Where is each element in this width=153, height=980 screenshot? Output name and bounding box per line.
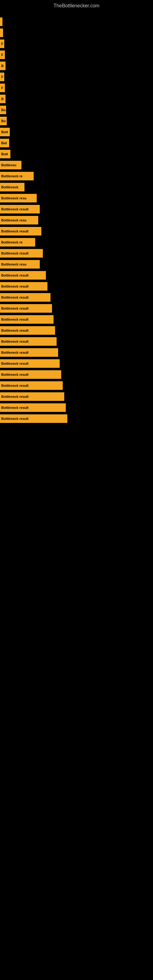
bar-label: Bottleneck resu <box>1 196 27 200</box>
bar-label: Bottleneck <box>1 185 18 189</box>
bar: Bott <box>0 150 10 158</box>
bar: F <box>0 40 4 48</box>
bar: Bottleneck result <box>0 315 54 324</box>
bar: B <box>0 95 5 103</box>
bar: Bottleneck result <box>0 392 64 401</box>
bar-label: B <box>1 64 4 68</box>
bar: Bottleneck result <box>0 403 66 412</box>
bar-row: F <box>0 38 153 49</box>
bar-label: Bot <box>1 141 7 145</box>
bar-row: Bottleneck result <box>0 248 153 259</box>
bar: Bottleneck resu <box>0 194 37 202</box>
bar: Bo <box>0 117 7 125</box>
bar-label: Bottleneck resu <box>1 218 27 222</box>
bar-row: Bottleneck result <box>0 314 153 325</box>
bar-row: Bo <box>0 105 153 115</box>
bar-label: Bott <box>1 130 8 134</box>
bar-label: Bottleneck result <box>1 329 29 332</box>
bar-row: Bottleneck result <box>0 204 153 215</box>
bar: Bottleneck re <box>0 172 33 180</box>
bar-row: Bottlenec <box>0 159 153 170</box>
bar-label: F <box>1 42 3 46</box>
bar-row: Bottleneck resu <box>0 215 153 226</box>
bar: Bot <box>0 139 9 147</box>
bar-row: Bot <box>0 137 153 148</box>
bar: Bottleneck result <box>0 271 46 280</box>
bar-row: Bottleneck re <box>0 170 153 181</box>
bar-row: F <box>0 49 153 60</box>
bar-label: F <box>1 86 3 90</box>
bar: Bott <box>0 128 10 136</box>
bar: Bottleneck result <box>0 381 63 390</box>
bar <box>0 18 2 26</box>
bar: F <box>0 51 5 59</box>
bar-label: Bo <box>1 119 6 123</box>
bar-row: Bottleneck result <box>0 402 153 413</box>
bar-row: F <box>0 83 153 94</box>
bar-label: Bottleneck re <box>1 174 22 178</box>
bar: Bottleneck result <box>0 348 58 357</box>
bar: Bottleneck result <box>0 304 52 313</box>
bar-row: Bottleneck <box>0 181 153 192</box>
bar-row <box>0 27 153 38</box>
bar-row: Bott <box>0 126 153 137</box>
bar-row: Bottleneck result <box>0 303 153 314</box>
bar: Bottleneck result <box>0 282 48 291</box>
bar-label: Bottleneck result <box>1 395 29 398</box>
bar-row: Bottleneck result <box>0 369 153 380</box>
bar-row: Bottleneck result <box>0 380 153 391</box>
bar-label: Bottleneck resu <box>1 262 27 266</box>
bar: Bottleneck result <box>0 370 61 379</box>
bar-label: Bottleneck result <box>1 229 29 233</box>
bar-label: Bottleneck result <box>1 307 29 310</box>
bar: Bottleneck <box>0 183 24 191</box>
bar-row: F <box>0 72 153 83</box>
bar-row: B <box>0 60 153 72</box>
bar-label: Bo <box>1 108 6 112</box>
bar-row: Bottleneck result <box>0 413 153 424</box>
bar-row: Bottleneck result <box>0 347 153 358</box>
bar-label: Bottleneck result <box>1 384 29 387</box>
bars-wrapper: FFBFFBBoBoBottBotBottBottlenecBottleneck… <box>0 10 153 424</box>
bar-row: Bott <box>0 148 153 159</box>
bar: Bottleneck result <box>0 249 43 258</box>
bar: F <box>0 84 5 92</box>
bar: Bottleneck result <box>0 337 57 346</box>
bar: Bottleneck resu <box>0 260 40 269</box>
bar-label: Bottleneck result <box>1 417 29 420</box>
bar-row: Bottleneck result <box>0 336 153 347</box>
bar-label: Bottleneck result <box>1 362 29 365</box>
bar-label: Bottleneck result <box>1 340 29 343</box>
bar-label: Bottleneck result <box>1 318 29 321</box>
bar-label: Bottleneck re <box>1 240 22 244</box>
bar-label: B <box>1 97 4 101</box>
bar: Bo <box>0 106 6 114</box>
bar: Bottleneck result <box>0 227 41 235</box>
bar-label: Bottleneck result <box>1 406 29 409</box>
bar: Bottleneck result <box>0 293 51 302</box>
bar-label: Bott <box>1 152 8 156</box>
bar-label: F <box>1 75 3 79</box>
bar: Bottleneck re <box>0 238 35 247</box>
bar-label: Bottleneck result <box>1 373 29 376</box>
bar-label: F <box>1 53 3 57</box>
bar: Bottlenec <box>0 161 21 169</box>
bar-label: Bottleneck result <box>1 274 29 277</box>
bar-row: Bottleneck re <box>0 237 153 248</box>
site-title: TheBottlenecker.com <box>0 0 153 10</box>
bar-row: Bottleneck result <box>0 325 153 336</box>
bar-label: Bottlenec <box>1 163 16 167</box>
bar-label: Bottleneck result <box>1 207 29 211</box>
bar-row: Bottleneck result <box>0 270 153 281</box>
bar: B <box>0 62 5 70</box>
bar <box>0 29 3 37</box>
bar-row: Bottleneck resu <box>0 259 153 270</box>
bar: Bottleneck result <box>0 414 67 423</box>
bar-label: Bottleneck result <box>1 351 29 354</box>
bar: Bottleneck result <box>0 326 55 335</box>
bar-row: B <box>0 94 153 105</box>
bar-row: Bo <box>0 115 153 126</box>
bar-row: Bottleneck result <box>0 281 153 292</box>
bar-label: Bottleneck result <box>1 285 29 288</box>
bar: F <box>0 73 4 81</box>
